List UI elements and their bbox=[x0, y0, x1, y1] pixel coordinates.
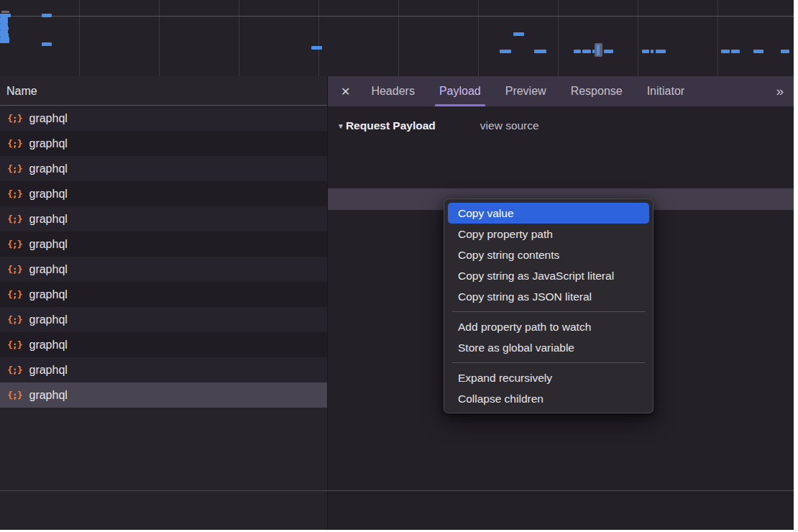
request-row[interactable]: {;}graphql bbox=[0, 257, 327, 282]
more-tabs-icon[interactable]: » bbox=[776, 83, 782, 99]
request-bar bbox=[582, 50, 591, 53]
tab-headers[interactable]: Headers bbox=[361, 76, 424, 106]
tab-preview[interactable]: Preview bbox=[495, 76, 556, 106]
json-braces-icon: {;} bbox=[7, 314, 22, 325]
request-row[interactable]: {;}graphql bbox=[0, 206, 327, 231]
request-payload-section: ▼ Request Payload view source bbox=[337, 119, 539, 132]
marker-bar bbox=[597, 45, 600, 55]
json-braces-icon: {;} bbox=[7, 289, 22, 300]
menu-item-store-as-global-variable[interactable]: Store as global variable bbox=[448, 337, 649, 358]
menu-item-copy-string-as-javascript-literal[interactable]: Copy string as JavaScript literal bbox=[448, 265, 649, 286]
tab-response[interactable]: Response bbox=[561, 76, 633, 106]
request-name: graphql bbox=[29, 263, 67, 276]
request-bar bbox=[0, 40, 9, 43]
tree-row-operationname[interactable]: operationName: "ipFlowTimeseries" bbox=[328, 167, 794, 188]
footer-divider bbox=[0, 490, 794, 491]
json-braces-icon: {;} bbox=[7, 163, 22, 174]
request-bar bbox=[500, 50, 511, 53]
request-bar bbox=[642, 50, 649, 53]
request-bar bbox=[781, 50, 789, 53]
request-row[interactable]: {;}graphql bbox=[0, 357, 327, 382]
request-name: graphql bbox=[29, 188, 67, 201]
requests-panel: Name {;}graphql{;}graphql{;}graphql{;}gr… bbox=[0, 76, 327, 530]
request-bar bbox=[753, 50, 763, 53]
tab-initiator[interactable]: Initiator bbox=[637, 76, 694, 106]
menu-item-expand-recursively[interactable]: Expand recursively bbox=[448, 367, 649, 388]
request-bar bbox=[1, 11, 9, 13]
request-bar bbox=[604, 50, 613, 53]
section-expander-icon[interactable]: ▼ bbox=[337, 122, 344, 130]
network-overview-timeline[interactable] bbox=[0, 0, 794, 76]
request-row[interactable]: {;}graphql bbox=[0, 231, 327, 257]
tree-row-root[interactable]: ▼ {operationName: "ipFlowTimeseries", va… bbox=[328, 145, 794, 167]
request-bar bbox=[534, 50, 546, 53]
request-name: graphql bbox=[29, 339, 67, 352]
menu-item-collapse-children[interactable]: Collapse children bbox=[448, 388, 649, 409]
request-name: graphql bbox=[29, 389, 67, 402]
request-row[interactable]: {;}graphql bbox=[0, 181, 327, 206]
request-bar bbox=[651, 50, 653, 53]
view-source-link[interactable]: view source bbox=[480, 119, 539, 132]
json-braces-icon: {;} bbox=[7, 188, 22, 199]
request-bar bbox=[574, 50, 581, 53]
json-braces-icon: {;} bbox=[7, 390, 22, 400]
request-name: graphql bbox=[29, 313, 67, 326]
request-name: graphql bbox=[29, 238, 67, 251]
name-column-header[interactable]: Name bbox=[0, 76, 327, 106]
menu-separator bbox=[452, 362, 645, 363]
request-bar bbox=[311, 46, 322, 50]
request-row[interactable]: {;}graphql bbox=[0, 282, 327, 307]
json-braces-icon: {;} bbox=[7, 138, 22, 149]
request-bar bbox=[513, 32, 524, 36]
devtools-window: Name {;}graphql{;}graphql{;}graphql{;}gr… bbox=[0, 0, 794, 530]
request-name: graphql bbox=[29, 137, 67, 150]
request-row[interactable]: {;}graphql bbox=[0, 332, 327, 357]
menu-item-copy-property-path[interactable]: Copy property path bbox=[448, 224, 649, 244]
request-bar bbox=[731, 50, 740, 53]
json-braces-icon: {;} bbox=[7, 239, 22, 249]
request-row[interactable]: {;}graphql bbox=[0, 106, 327, 131]
context-menu: Copy valueCopy property pathCopy string … bbox=[444, 198, 653, 413]
request-bar bbox=[656, 50, 666, 53]
request-bar bbox=[42, 14, 52, 17]
json-braces-icon: {;} bbox=[7, 214, 22, 224]
request-row[interactable]: {;}graphql bbox=[0, 131, 327, 156]
request-name: graphql bbox=[29, 364, 67, 377]
json-braces-icon: {;} bbox=[7, 113, 22, 124]
request-name: graphql bbox=[29, 213, 67, 226]
request-row[interactable]: {;}graphql bbox=[0, 307, 327, 332]
json-braces-icon: {;} bbox=[7, 264, 22, 275]
details-tab-bar: ✕ HeadersPayloadPreviewResponseInitiator… bbox=[328, 76, 794, 106]
request-list: {;}graphql{;}graphql{;}graphql{;}graphql… bbox=[0, 106, 327, 408]
menu-item-copy-string-as-json-literal[interactable]: Copy string as JSON literal bbox=[448, 286, 649, 307]
menu-item-add-property-path-to-watch[interactable]: Add property path to watch bbox=[448, 316, 649, 337]
request-name: graphql bbox=[29, 112, 67, 125]
request-row[interactable]: {;}graphql bbox=[0, 156, 327, 181]
request-name: graphql bbox=[29, 288, 67, 301]
request-bar bbox=[42, 42, 52, 46]
section-title: Request Payload bbox=[346, 119, 436, 132]
request-row[interactable]: {;}graphql bbox=[0, 382, 327, 408]
json-braces-icon: {;} bbox=[7, 339, 22, 350]
request-bar bbox=[721, 50, 730, 53]
menu-separator bbox=[452, 311, 645, 312]
tab-payload[interactable]: Payload bbox=[429, 76, 491, 106]
close-icon[interactable]: ✕ bbox=[341, 85, 350, 98]
tab-strip: HeadersPayloadPreviewResponseInitiator bbox=[359, 76, 697, 106]
json-braces-icon: {;} bbox=[7, 364, 22, 375]
menu-item-copy-value[interactable]: Copy value bbox=[448, 203, 649, 224]
overview-lane-divider bbox=[0, 16, 794, 17]
menu-item-copy-string-contents[interactable]: Copy string contents bbox=[448, 244, 649, 265]
request-name: graphql bbox=[29, 162, 67, 175]
